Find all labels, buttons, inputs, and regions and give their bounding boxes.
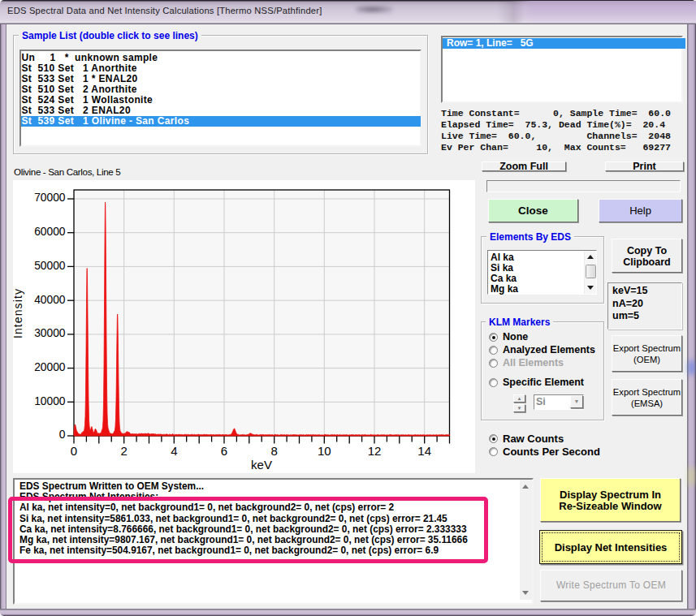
svg-text:50000: 50000 xyxy=(34,260,66,272)
svg-text:40000: 40000 xyxy=(34,294,66,306)
svg-text:0: 0 xyxy=(59,429,66,441)
svg-text:6: 6 xyxy=(221,444,227,458)
svg-text:10: 10 xyxy=(318,444,331,458)
svg-text:10000: 10000 xyxy=(34,395,66,407)
svg-text:4: 4 xyxy=(171,444,177,458)
svg-text:30000: 30000 xyxy=(34,327,66,339)
svg-text:8: 8 xyxy=(271,444,278,458)
svg-text:14: 14 xyxy=(417,444,431,458)
svg-text:0: 0 xyxy=(71,444,77,458)
svg-text:Intensity: Intensity xyxy=(13,288,24,338)
svg-text:12: 12 xyxy=(368,444,382,458)
svg-text:2: 2 xyxy=(121,444,128,458)
svg-text:keV: keV xyxy=(251,458,272,472)
svg-text:20000: 20000 xyxy=(34,361,66,373)
svg-text:70000: 70000 xyxy=(34,192,66,204)
svg-text:60000: 60000 xyxy=(34,226,66,238)
